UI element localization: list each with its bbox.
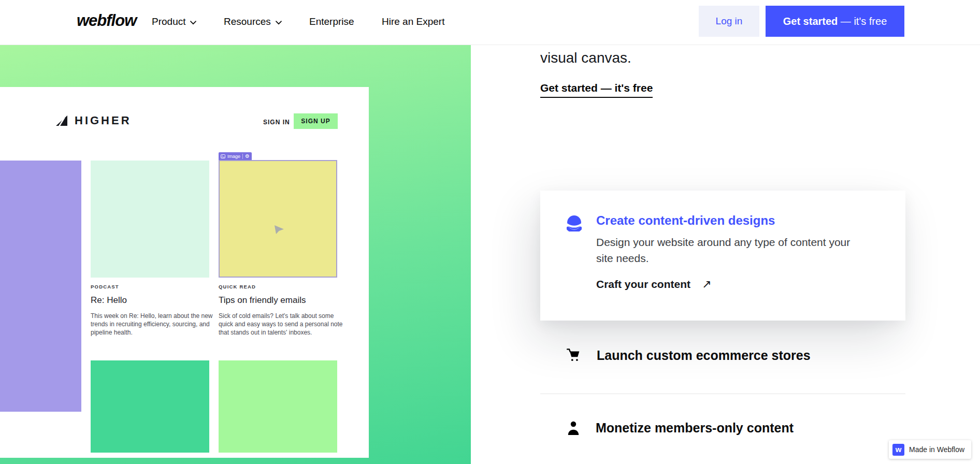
- article-title: Tips on friendly emails: [219, 295, 306, 306]
- cart-icon: [567, 348, 581, 363]
- nav-item-label: Resources: [224, 16, 271, 27]
- get-started-rest: — it's free: [838, 16, 887, 27]
- feature-row-memberships[interactable]: Monetize members-only content: [540, 416, 905, 439]
- feature-card-content-designs: Create content-driven designs Design you…: [540, 191, 905, 321]
- arrow-up-right-icon: ↗: [702, 278, 711, 291]
- chevron-down-icon: [276, 21, 282, 25]
- made-in-webflow-badge[interactable]: w Made in Webflow: [889, 440, 971, 459]
- mockup-selected-image-block: [219, 160, 337, 278]
- person-icon: [567, 421, 580, 435]
- article-body: This week on Re: Hello, learn about the …: [91, 312, 217, 337]
- made-in-webflow-label: Made in Webflow: [909, 445, 964, 454]
- feature-divider: [540, 394, 905, 394]
- mockup-podcast-image: [91, 161, 209, 278]
- feature-link-label: Craft your content: [596, 278, 690, 291]
- nav-item-label: Hire an Expert: [382, 16, 444, 27]
- higher-site-mockup: HIGHER SIGN IN SIGN UP Image ⚙ PODCAST R…: [0, 87, 369, 458]
- feature-title[interactable]: Create content-driven designs: [596, 213, 775, 228]
- higher-triangle-icon: [56, 115, 68, 126]
- chevron-down-icon: [190, 21, 196, 25]
- article-tag: PODCAST: [91, 284, 119, 289]
- feature-description: Design your website around any type of c…: [596, 234, 866, 266]
- cursor-icon: [273, 224, 285, 236]
- gear-icon: ⚙: [245, 154, 250, 159]
- nav-item-enterprise[interactable]: Enterprise: [309, 16, 354, 27]
- nav-item-label: Product: [152, 16, 185, 27]
- article-title: Re: Hello: [91, 295, 127, 306]
- higher-brand: HIGHER: [56, 114, 132, 127]
- designer-selection-badge: Image ⚙: [219, 152, 252, 161]
- webflow-logo[interactable]: webflow: [77, 11, 136, 30]
- nav-item-resources[interactable]: Resources: [224, 16, 282, 27]
- mockup-teal-block: [91, 360, 209, 453]
- mockup-sign-up-button: SIGN UP: [294, 113, 338, 129]
- content-database-icon: [567, 215, 582, 231]
- nav-item-hire-an-expert[interactable]: Hire an Expert: [382, 16, 444, 27]
- mockup-sign-in: SIGN IN: [263, 119, 290, 126]
- login-button[interactable]: Log in: [699, 6, 759, 37]
- webflow-w-icon: w: [892, 444, 904, 456]
- mockup-light-green-block: [219, 360, 337, 453]
- selection-badge-divider: [242, 154, 243, 159]
- feature-row-ecommerce[interactable]: Launch custom ecommerce stores: [540, 344, 905, 367]
- feature-row-label: Monetize members-only content: [596, 421, 794, 436]
- get-started-bold: Get started: [783, 16, 838, 27]
- image-icon: [221, 154, 225, 158]
- article-tag: QUICK READ: [219, 284, 256, 289]
- mockup-purple-block: [0, 161, 81, 412]
- navbar: webflow Product Resources Enterprise Hir…: [0, 0, 980, 45]
- nav-item-label: Enterprise: [309, 16, 354, 27]
- get-started-button[interactable]: Get started — it's free: [766, 6, 904, 37]
- higher-brand-label: HIGHER: [75, 114, 132, 127]
- feature-row-label: Launch custom ecommerce stores: [597, 348, 811, 363]
- nav-item-product[interactable]: Product: [152, 16, 196, 27]
- hero-heading-fragment: visual canvas.: [540, 50, 631, 66]
- selection-badge-label: Image: [227, 154, 240, 159]
- craft-your-content-link[interactable]: Craft your content ↗: [596, 278, 711, 291]
- article-body: Sick of cold emails? Let's talk about so…: [219, 312, 345, 337]
- get-started-link[interactable]: Get started — it's free: [540, 82, 653, 98]
